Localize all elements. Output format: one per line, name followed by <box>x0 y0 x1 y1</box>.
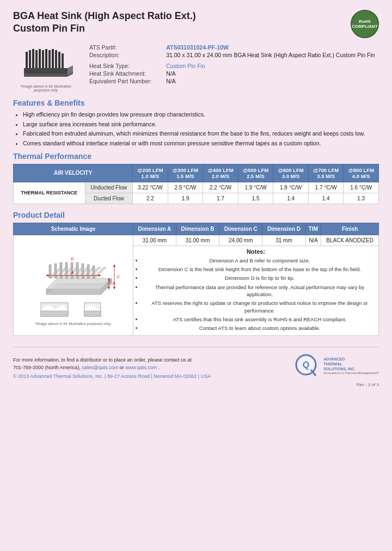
note-4: Thermal performance data are provided fo… <box>143 284 377 298</box>
unducted-700: 1.7 °C/W <box>308 182 344 193</box>
footer-period: . <box>158 365 160 370</box>
svg-rect-29 <box>54 264 57 278</box>
footer-copyright: © 2013 Advanced Thermal Solutions, Inc. … <box>13 374 211 379</box>
spec-row-attachment: Heat Sink Attachment: N/A <box>87 70 379 77</box>
schematic-container: A B C <box>18 246 128 326</box>
col-700lfm: @700 LFM3.5 M/S <box>308 164 344 182</box>
spec-table: ATS Part#: ATS031031024-PF-10W Descripti… <box>87 44 379 85</box>
svg-rect-5 <box>39 49 41 68</box>
footer-section: For more information, to find a distribu… <box>13 347 379 379</box>
schematic-image-cell: A B C <box>14 235 133 336</box>
col-tim: TIM <box>305 223 321 235</box>
svg-marker-50 <box>46 284 112 295</box>
svg-rect-13 <box>24 74 68 77</box>
svg-rect-34 <box>82 264 84 278</box>
finish-value: BLACK ANODIZED <box>321 235 379 246</box>
equivalent-part-label: Equivalent Part Number: <box>87 77 164 85</box>
svg-rect-28 <box>49 265 51 278</box>
product-image-caption: *Image above is for illustration purpose… <box>13 84 78 92</box>
dimensions-row: A B C <box>14 235 379 246</box>
dim-c-value: 24.00 mm <box>219 235 262 246</box>
description-label: Description: <box>87 51 164 59</box>
svg-marker-46 <box>113 265 115 267</box>
svg-rect-1 <box>26 52 28 68</box>
note-2: Dimension C is the heat sink height from… <box>143 266 377 273</box>
svg-text:C: C <box>117 275 120 279</box>
svg-rect-3 <box>32 49 34 68</box>
unducted-label: Unducted Flow <box>85 182 133 193</box>
spec-row-equiv: Equivalent Part Number: N/A <box>87 77 379 85</box>
product-detail-section: Product Detail Schematic Image Dimension… <box>13 211 379 336</box>
unducted-300: 2.5 °C/W <box>168 182 203 193</box>
rohs-badge: RoHS COMPLIANT <box>351 10 379 38</box>
header-section: BGA Heat Sink (High Aspect Ratio Ext.) C… <box>13 10 379 38</box>
ducted-600: 1.4 <box>273 193 309 204</box>
title-line2: Custom Pin Fin <box>13 22 196 35</box>
description-value: 31.00 x 31.00 x 24.00 mm BGA Heat Sink (… <box>164 51 379 59</box>
footer-left: For more information, to find a distribu… <box>13 357 211 379</box>
footer-email[interactable]: sales@qats.com <box>82 365 119 370</box>
ats-tagline: Innovations in Thermal Management® <box>323 371 379 376</box>
svg-rect-35 <box>87 265 89 278</box>
ducted-700: 1.4 <box>308 193 344 204</box>
svg-text:A: A <box>71 271 74 274</box>
col-300lfm: @300 LFM1.5 M/S <box>168 164 203 182</box>
ducted-label: Ducted Flow <box>85 193 133 204</box>
ducted-300: 1.9 <box>168 193 203 204</box>
ats-name3: SOLUTIONS, INC. <box>323 366 379 371</box>
heat-sink-attachment-value: N/A <box>164 70 379 77</box>
notes-cell: Notes: Dimension A and B refer to compon… <box>133 246 379 336</box>
svg-rect-10 <box>55 50 57 68</box>
svg-text:Q: Q <box>303 360 309 370</box>
heatsink-image <box>16 44 76 84</box>
svg-rect-12 <box>62 53 64 68</box>
footer-website[interactable]: www.qats.com <box>125 365 157 370</box>
feature-item-1: High efficiency pin fin design provides … <box>23 111 379 119</box>
col-600lfm: @600 LFM3.0 M/S <box>273 164 309 182</box>
product-detail-title: Product Detail <box>13 211 379 219</box>
col-200lfm: @200 LFM1.0 M/S <box>133 164 168 182</box>
rohs-line1: RoHS <box>359 19 371 24</box>
dim-b-value: 31.00 mm <box>176 235 219 246</box>
footer-or: or <box>120 365 126 370</box>
heat-sink-type-label: Heat Sink Type: <box>87 62 164 70</box>
svg-marker-38 <box>46 274 48 277</box>
product-info-section: *Image above is for illustration purpose… <box>13 44 379 92</box>
thermal-performance-table: AIR VELOCITY @200 LFM1.0 M/S @300 LFM1.5… <box>13 164 379 204</box>
col-400lfm: @400 LFM2.0 M/S <box>203 164 238 182</box>
product-detail-table: Schematic Image Dimension A Dimension B … <box>13 223 379 336</box>
col-dim-b: Dimension B <box>176 223 219 235</box>
svg-rect-31 <box>65 262 68 278</box>
page: BGA Heat Sink (High Aspect Ratio Ext.) C… <box>0 0 392 551</box>
main-title: BGA Heat Sink (High Aspect Ratio Ext.) C… <box>13 10 196 35</box>
schematic-svg: A B C <box>24 246 122 322</box>
unducted-200: 3.22 °C/W <box>133 182 168 193</box>
footer-info: For more information, to find a distribu… <box>13 357 211 371</box>
spec-row-type: Heat Sink Type: Custom Pin Fin <box>87 62 379 70</box>
title-line1: BGA Heat Sink (High Aspect Ratio Ext.) <box>13 10 196 22</box>
features-title: Features & Benefits <box>13 99 379 107</box>
col-800lfm: @800 LFM4.0 M/S <box>344 164 379 182</box>
col-500lfm: @500 LFM2.5 M/S <box>238 164 273 182</box>
col-dim-c: Dimension C <box>219 223 262 235</box>
note-6: ATS certifies that this heat sink assemb… <box>143 316 377 323</box>
unducted-600: 1.8 °C/W <box>273 182 309 193</box>
svg-rect-7 <box>45 49 47 68</box>
svg-rect-4 <box>35 50 38 68</box>
feature-item-4: Comes standard without interface materia… <box>23 139 379 148</box>
ducted-400: 1.7 <box>203 193 238 204</box>
unducted-500: 1.9 °C/W <box>238 182 273 193</box>
page-number: Rev - 3 of 3 <box>13 382 379 387</box>
ats-part-label: ATS Part#: <box>87 44 164 51</box>
note-3: Dimension D is fin tip to fin tip. <box>143 274 377 281</box>
ats-q-icon: Q <box>293 353 319 379</box>
air-velocity-header: AIR VELOCITY <box>14 164 133 182</box>
unducted-row: THERMAL RESISTANCE Unducted Flow 3.22 °C… <box>14 182 379 193</box>
col-dim-a: Dimension A <box>133 223 176 235</box>
schematic-caption: *Image above is for illustration purpose… <box>35 322 112 326</box>
ats-name1: ADVANCED <box>323 357 379 362</box>
ats-part-value: ATS031031024-PF-10W <box>164 44 379 51</box>
dim-d-value: 31 mm <box>262 235 305 246</box>
dim-a-value: 31.00 mm <box>133 235 176 246</box>
features-section: Features & Benefits High efficiency pin … <box>13 99 379 148</box>
